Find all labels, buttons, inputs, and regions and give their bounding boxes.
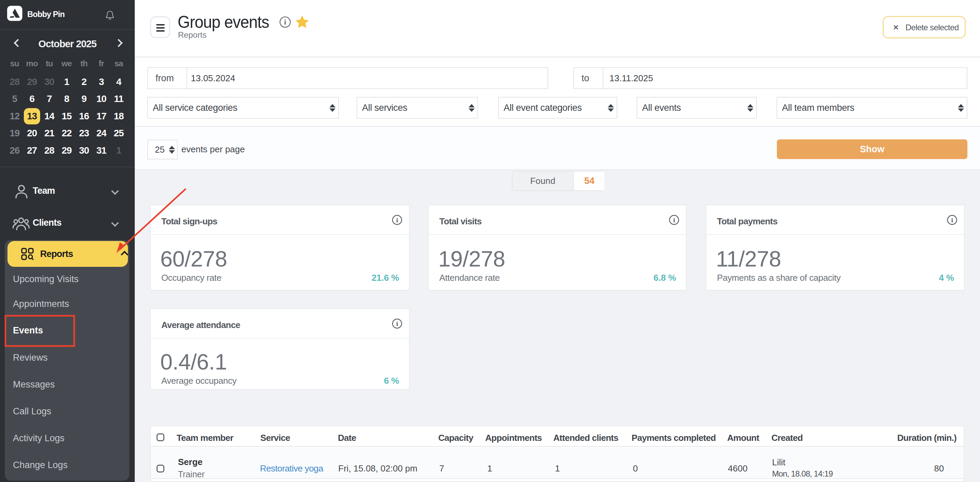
- svg-text:i: i: [396, 217, 398, 224]
- svg-text:i: i: [951, 217, 953, 224]
- svg-text:i: i: [396, 320, 398, 327]
- svg-text:i: i: [284, 18, 286, 26]
- svg-text:i: i: [673, 217, 675, 224]
